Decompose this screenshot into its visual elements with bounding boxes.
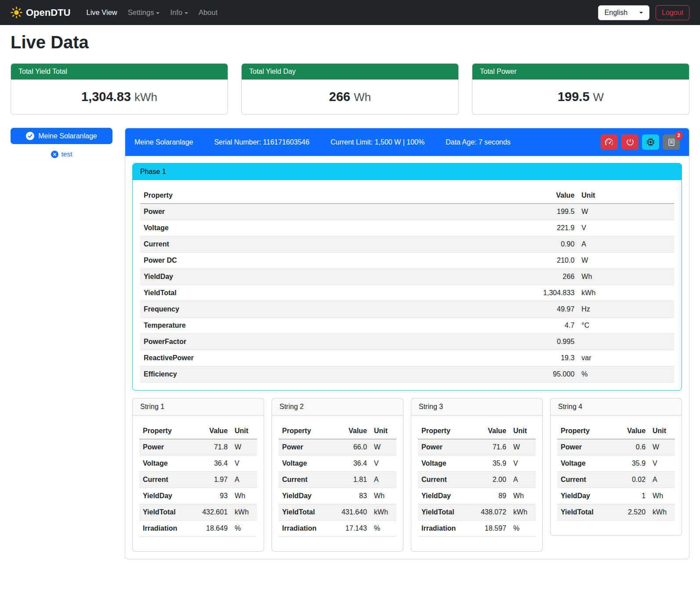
col-value: Value xyxy=(610,423,649,439)
device-info-button[interactable] xyxy=(642,134,659,150)
value-cell: 2.00 xyxy=(471,472,510,488)
event-count-badge: 2 xyxy=(675,131,683,140)
col-property: Property xyxy=(139,423,192,439)
property-cell: YieldTotal xyxy=(557,504,610,521)
property-cell: Voltage xyxy=(418,456,471,472)
property-cell: Power xyxy=(140,204,514,220)
nav-settings-label: Settings xyxy=(128,8,154,16)
property-cell: YieldTotal xyxy=(279,504,332,521)
table-row: Voltage221.9V xyxy=(140,220,674,236)
sidebar-inverter-label: Meine Solaranlage xyxy=(38,132,97,140)
string-table: Property Value Unit Power71.6WVoltage35.… xyxy=(418,423,536,537)
string-table: Property Value Unit Power66.0WVoltage36.… xyxy=(279,423,396,537)
value-cell: 36.4 xyxy=(332,456,370,472)
property-cell: Power xyxy=(557,439,610,456)
unit-cell: V xyxy=(370,456,396,472)
value-cell: 1.81 xyxy=(332,472,370,488)
summary-unit: kWh xyxy=(134,90,157,104)
unit-cell: V xyxy=(649,456,675,472)
property-cell: Efficiency xyxy=(140,366,514,383)
property-cell: PowerFactor xyxy=(140,334,514,350)
property-cell: YieldDay xyxy=(418,488,471,504)
table-row: Irradiation18.597% xyxy=(418,521,536,537)
inverter-limit: Current Limit: 1,500 W | 100% xyxy=(330,138,424,146)
unit-cell: A xyxy=(649,472,675,488)
nav-info[interactable]: Info xyxy=(165,5,193,20)
summary-unit: W xyxy=(593,90,604,104)
unit-cell: W xyxy=(231,439,257,456)
nav-settings[interactable]: Settings xyxy=(123,5,165,20)
unit-cell: A xyxy=(231,472,257,488)
value-cell: 4.7 xyxy=(514,318,578,334)
nav-live-view[interactable]: Live View xyxy=(81,5,122,20)
col-value: Value xyxy=(192,423,231,439)
nav-right: English Logout xyxy=(598,5,689,20)
summary-card-title: Total Yield Day xyxy=(242,64,458,80)
inverter-panel-header: Meine Solaranlage Serial Number: 1161716… xyxy=(125,128,689,156)
cpu-chip-icon xyxy=(646,138,655,146)
table-row: Current2.00A xyxy=(418,472,536,488)
value-cell: 199.5 xyxy=(514,204,578,220)
string-table: Property Value Unit Power0.6WVoltage35.9… xyxy=(557,423,675,521)
brand[interactable]: OpenDTU xyxy=(11,7,70,18)
unit-cell: kWh xyxy=(510,504,536,521)
property-cell: Power xyxy=(139,439,192,456)
col-unit: Unit xyxy=(510,423,536,439)
string-card-2: String 2 Property Value Unit xyxy=(272,398,403,552)
strings-row: String 1 Property Value Unit xyxy=(132,398,682,552)
value-cell: 1.97 xyxy=(192,472,231,488)
chevron-down-icon xyxy=(639,12,643,14)
property-cell: Current xyxy=(139,472,192,488)
property-cell: YieldDay xyxy=(279,488,332,504)
value-cell: 0.6 xyxy=(610,439,649,456)
value-cell: 35.9 xyxy=(610,456,649,472)
property-cell: Power xyxy=(418,439,471,456)
table-row: YieldDay93Wh xyxy=(139,488,257,504)
summary-card-title: Total Power xyxy=(472,64,689,80)
sidebar-inverter-button[interactable]: Meine Solaranlage xyxy=(11,128,112,144)
x-circle-icon xyxy=(51,151,58,158)
property-cell: Frequency xyxy=(140,301,514,318)
table-row: Current1.97A xyxy=(139,472,257,488)
property-cell: Irradiation xyxy=(418,521,471,537)
navbar: OpenDTU Live View Settings Info About En… xyxy=(0,0,700,25)
value-cell: 0.02 xyxy=(610,472,649,488)
value-cell: 36.4 xyxy=(192,456,231,472)
brand-label: OpenDTU xyxy=(26,7,70,18)
chevron-down-icon xyxy=(156,12,160,14)
unit-cell: W xyxy=(510,439,536,456)
unit-cell: °C xyxy=(578,318,674,334)
value-cell: 19.3 xyxy=(514,350,578,366)
inverter-data-age: Data Age: 7 seconds xyxy=(446,138,511,146)
limit-settings-button[interactable] xyxy=(601,134,618,150)
summary-card-yield-total: Total Yield Total 1,304.83kWh xyxy=(11,63,228,115)
summary-row: Total Yield Total 1,304.83kWh Total Yiel… xyxy=(11,63,689,115)
nav-about[interactable]: About xyxy=(193,5,223,20)
logout-button[interactable]: Logout xyxy=(656,5,689,20)
nav-info-label: Info xyxy=(170,8,182,16)
table-row: Temperature4.7°C xyxy=(140,318,674,334)
table-row: Irradiation18.649% xyxy=(139,521,257,537)
value-cell: 1 xyxy=(610,488,649,504)
event-log-button[interactable]: 2 xyxy=(663,134,680,150)
value-cell: 17.143 xyxy=(332,521,370,537)
unit-cell: kWh xyxy=(370,504,396,521)
col-property: Property xyxy=(140,188,514,204)
col-unit: Unit xyxy=(370,423,396,439)
string-card-3: String 3 Property Value Unit xyxy=(411,398,543,552)
sidebar-test-link[interactable]: test xyxy=(11,150,112,158)
string-card-title: String 2 xyxy=(272,398,403,416)
string-card-1: String 1 Property Value Unit xyxy=(132,398,264,552)
table-row: Frequency49.97Hz xyxy=(140,301,674,318)
chevron-down-icon xyxy=(185,12,188,14)
language-select[interactable]: English xyxy=(598,5,649,20)
property-cell: Current xyxy=(279,472,332,488)
col-value: Value xyxy=(471,423,510,439)
table-row: Power66.0W xyxy=(279,439,396,456)
table-header-row: Property Value Unit xyxy=(140,188,674,204)
power-button[interactable] xyxy=(621,134,638,150)
unit-cell: Wh xyxy=(370,488,396,504)
unit-cell: Wh xyxy=(649,488,675,504)
table-row: Current0.90A xyxy=(140,236,674,253)
summary-card-body: 1,304.83kWh xyxy=(11,80,228,114)
